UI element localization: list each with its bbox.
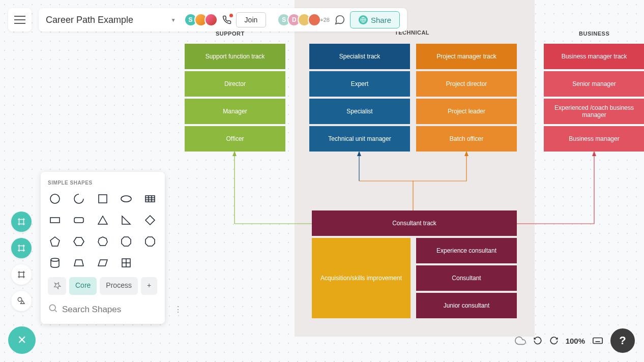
block-exp-consultant[interactable]: Experience consultant [416,238,517,263]
block-support-officer[interactable]: Officer [185,126,285,152]
avatar[interactable] [204,13,218,26]
svg-marker-0 [232,151,237,156]
shape-octagon2[interactable] [143,234,157,249]
col-label-business: BUSINESS [579,31,609,37]
shape-pentagon[interactable] [48,234,62,249]
hamburger-menu[interactable] [8,8,32,32]
block-spec-tum[interactable]: Technical unit manager [309,126,410,152]
title-bar: Career Path Example ▼ S Join S D +28 Sha… [39,8,407,32]
block-proj-leader[interactable]: Project leader [416,99,517,124]
block-biz-mgr[interactable]: Business manager [544,126,644,152]
shapes-panel: SIMPLE SHAPES Core Process + ⋮ [41,172,165,324]
share-button[interactable]: Share [350,11,400,28]
frame-tool-active[interactable] [11,212,32,232]
search-icon [48,303,58,316]
svg-rect-11 [74,218,83,223]
block-support-track[interactable]: Support function track [185,44,285,69]
top-toolbar: Career Path Example ▼ S Join S D +28 Sha… [8,8,407,32]
block-consultant-track[interactable]: Consultant track [312,210,517,236]
svg-rect-7 [99,195,107,203]
shape-circle[interactable] [48,192,62,206]
block-proj-track[interactable]: Project manager track [416,44,517,69]
shape-parallelogram[interactable] [96,256,110,270]
collaborator-avatars: S [187,13,218,26]
block-biz-senior[interactable]: Senior manager [544,71,644,97]
redo-button[interactable] [549,336,559,345]
shape-hexagon[interactable] [72,234,86,249]
block-acquisition[interactable]: Acquisition/skills improvement [312,238,411,318]
shape-grid [48,192,158,270]
svg-point-12 [51,258,59,261]
close-panel-button[interactable]: ✕ [8,326,36,354]
shape-rect[interactable] [48,213,62,227]
block-biz-track[interactable]: Business manager track [544,44,644,69]
keyboard-icon[interactable] [592,335,603,346]
shape-trapezoid[interactable] [72,256,86,270]
svg-point-8 [121,196,131,202]
shape-octagon[interactable] [119,234,133,249]
pin-tab[interactable] [48,277,66,295]
frame-tool-2[interactable] [11,238,32,258]
shape-tabs: Core Process + [48,277,158,295]
svg-point-14 [49,305,55,311]
block-spec-expert[interactable]: Expert [309,71,410,97]
search-row: ⋮ [48,300,158,316]
shape-table[interactable] [143,192,157,206]
block-spec-specialist[interactable]: Specialist [309,99,410,124]
hamburger-icon [14,19,25,20]
svg-rect-15 [593,338,602,344]
block-proj-batch[interactable]: Batch officer [416,126,517,152]
undo-button[interactable] [533,336,542,345]
shape-diamond[interactable] [143,213,157,227]
more-viewers-count[interactable]: +28 [320,17,330,23]
help-button[interactable]: ? [610,328,635,353]
viewer-avatars: S D [280,13,321,26]
join-button[interactable]: Join [236,12,267,27]
shapes-tool[interactable] [11,291,32,311]
shape-triangle[interactable] [96,213,110,227]
avatar[interactable] [308,13,321,26]
call-icon[interactable] [220,13,234,27]
cloud-sync-icon[interactable] [515,335,526,346]
tab-core[interactable]: Core [69,277,97,295]
shape-square[interactable] [96,192,110,206]
shape-grid[interactable] [119,256,133,270]
block-biz-exp[interactable]: Experienced /coach business manager [544,99,644,124]
document-title[interactable]: Career Path Example [46,15,133,25]
share-label: Share [371,16,391,24]
frame-tool-3[interactable] [11,264,32,285]
block-support-director[interactable]: Director [185,71,285,97]
block-spec-track[interactable]: Specialist track [309,44,410,69]
zoom-level[interactable]: 100% [566,337,585,345]
shape-arc[interactable] [72,192,86,206]
block-proj-director[interactable]: Project director [416,71,517,97]
shape-rounded-rect[interactable] [72,213,86,227]
tab-process[interactable]: Process [100,277,138,295]
bottom-controls: 100% ? [515,328,635,353]
title-dropdown-icon[interactable]: ▼ [163,17,184,23]
block-consultant[interactable]: Consultant [416,265,517,291]
shape-heptagon[interactable] [96,234,110,249]
panel-header: SIMPLE SHAPES [48,180,158,186]
comment-icon[interactable] [333,13,347,27]
svg-marker-3 [592,151,596,156]
svg-point-6 [50,194,60,203]
shape-ellipse[interactable] [119,192,133,206]
side-tools [11,212,32,311]
shape-right-triangle[interactable] [119,213,133,227]
globe-icon [359,15,368,24]
svg-rect-10 [50,218,60,223]
block-support-manager[interactable]: Manager [185,99,285,124]
tab-add[interactable]: + [141,277,157,295]
block-junior-consultant[interactable]: Junior consultant [416,293,517,318]
more-icon[interactable]: ⋮ [174,305,182,314]
svg-rect-9 [145,196,155,202]
search-input[interactable] [62,305,170,315]
svg-point-5 [18,297,22,301]
shape-cylinder[interactable] [48,256,62,270]
